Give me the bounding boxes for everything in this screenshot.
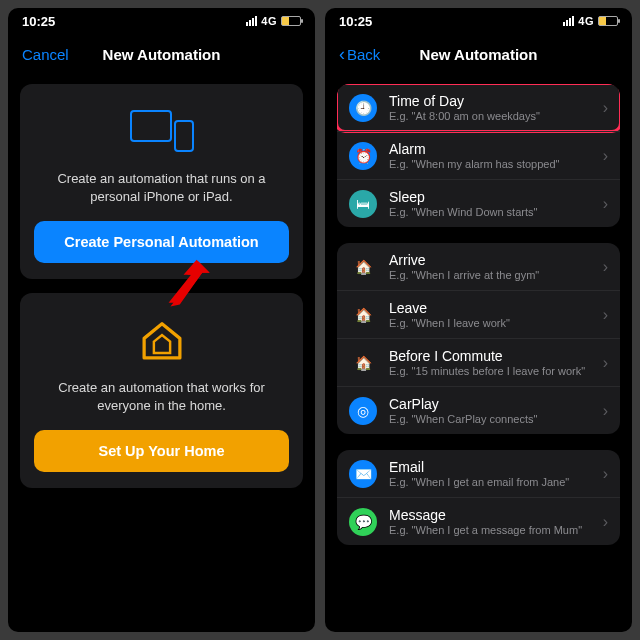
home-automation-card: Create an automation that works for ever…	[20, 293, 303, 488]
chevron-left-icon: ‹	[339, 45, 345, 63]
nav-bar: Cancel New Automation	[8, 34, 315, 74]
trigger-row-leave[interactable]: 🏠LeaveE.g. "When I leave work"›	[337, 290, 620, 338]
chevron-right-icon: ›	[603, 402, 608, 420]
chevron-right-icon: ›	[603, 147, 608, 165]
signal-icon	[563, 16, 574, 26]
trigger-row-bed[interactable]: 🛏SleepE.g. "When Wind Down starts"›	[337, 179, 620, 227]
row-subtitle: E.g. "When Wind Down starts"	[389, 206, 591, 218]
chevron-right-icon: ›	[603, 465, 608, 483]
status-time: 10:25	[339, 14, 372, 29]
row-subtitle: E.g. "15 minutes before I leave for work…	[389, 365, 591, 377]
row-subtitle: E.g. "At 8:00 am on weekdays"	[389, 110, 591, 122]
back-button[interactable]: ‹ Back	[339, 45, 380, 63]
page-title: New Automation	[420, 46, 538, 63]
row-title: Email	[389, 459, 591, 475]
trigger-group: 🏠ArriveE.g. "When I arrive at the gym"›🏠…	[337, 243, 620, 434]
set-up-home-button[interactable]: Set Up Your Home	[34, 430, 289, 472]
bed-icon: 🛏	[349, 190, 377, 218]
chevron-right-icon: ›	[603, 513, 608, 531]
row-title: CarPlay	[389, 396, 591, 412]
personal-automation-card: Create an automation that runs on a pers…	[20, 84, 303, 279]
row-title: Leave	[389, 300, 591, 316]
chevron-right-icon: ›	[603, 258, 608, 276]
network-label: 4G	[261, 15, 277, 27]
trigger-group: 🕘Time of DayE.g. "At 8:00 am on weekdays…	[337, 84, 620, 227]
trigger-row-alarm[interactable]: ⏰AlarmE.g. "When my alarm has stopped"›	[337, 131, 620, 179]
trigger-row-message[interactable]: 💬MessageE.g. "When I get a message from …	[337, 497, 620, 545]
trigger-row-email[interactable]: ✉️EmailE.g. "When I get an email from Ja…	[337, 450, 620, 497]
home-icon	[34, 315, 289, 365]
row-subtitle: E.g. "When I arrive at the gym"	[389, 269, 591, 281]
screen-create-automation: 10:25 4G Cancel New Automation Create an…	[8, 8, 315, 632]
leave-icon: 🏠	[349, 301, 377, 329]
status-bar: 10:25 4G	[325, 8, 632, 34]
trigger-row-arrive[interactable]: 🏠ArriveE.g. "When I arrive at the gym"›	[337, 243, 620, 290]
create-personal-automation-button[interactable]: Create Personal Automation	[34, 221, 289, 263]
commute-icon: 🏠	[349, 349, 377, 377]
chevron-right-icon: ›	[603, 195, 608, 213]
row-subtitle: E.g. "When I get a message from Mum"	[389, 524, 591, 536]
nav-bar: ‹ Back New Automation	[325, 34, 632, 74]
cancel-button[interactable]: Cancel	[22, 46, 69, 63]
trigger-group: ✉️EmailE.g. "When I get an email from Ja…	[337, 450, 620, 545]
signal-icon	[246, 16, 257, 26]
clock-icon: 🕘	[349, 94, 377, 122]
chevron-right-icon: ›	[603, 354, 608, 372]
trigger-row-clock[interactable]: 🕘Time of DayE.g. "At 8:00 am on weekdays…	[337, 84, 620, 131]
network-label: 4G	[578, 15, 594, 27]
row-title: Sleep	[389, 189, 591, 205]
chevron-right-icon: ›	[603, 306, 608, 324]
row-subtitle: E.g. "When CarPlay connects"	[389, 413, 591, 425]
page-title: New Automation	[103, 46, 221, 63]
screen-trigger-list: 10:25 4G ‹ Back New Automation 🕘Time of …	[325, 8, 632, 632]
status-time: 10:25	[22, 14, 55, 29]
row-title: Arrive	[389, 252, 591, 268]
row-subtitle: E.g. "When my alarm has stopped"	[389, 158, 591, 170]
battery-icon	[598, 16, 618, 26]
battery-icon	[281, 16, 301, 26]
devices-icon	[34, 106, 289, 156]
row-title: Before I Commute	[389, 348, 591, 364]
trigger-row-commute[interactable]: 🏠Before I CommuteE.g. "15 minutes before…	[337, 338, 620, 386]
home-desc: Create an automation that works for ever…	[34, 379, 289, 414]
trigger-row-carplay[interactable]: ◎CarPlayE.g. "When CarPlay connects"›	[337, 386, 620, 434]
personal-desc: Create an automation that runs on a pers…	[34, 170, 289, 205]
row-title: Message	[389, 507, 591, 523]
alarm-icon: ⏰	[349, 142, 377, 170]
row-title: Alarm	[389, 141, 591, 157]
row-subtitle: E.g. "When I leave work"	[389, 317, 591, 329]
arrive-icon: 🏠	[349, 253, 377, 281]
carplay-icon: ◎	[349, 397, 377, 425]
chevron-right-icon: ›	[603, 99, 608, 117]
row-subtitle: E.g. "When I get an email from Jane"	[389, 476, 591, 488]
row-title: Time of Day	[389, 93, 591, 109]
email-icon: ✉️	[349, 460, 377, 488]
status-bar: 10:25 4G	[8, 8, 315, 34]
message-icon: 💬	[349, 508, 377, 536]
